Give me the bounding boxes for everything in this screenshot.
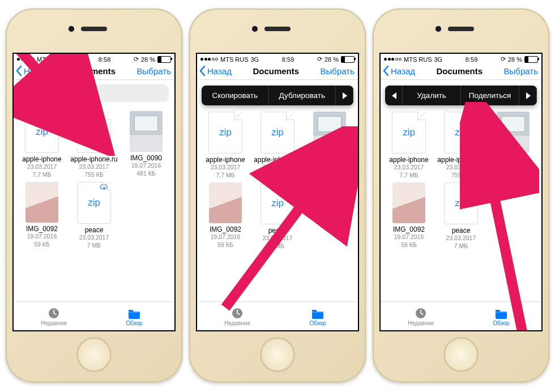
file-grid: zip apple-iphone 23.03.20177,7 МБ zip ap…	[381, 107, 541, 301]
tab-bar: Недавние Обзор	[381, 301, 541, 330]
status-bar: MTS RUS 3G 8:58 ⟳ 28 %	[14, 54, 174, 63]
front-camera	[436, 26, 441, 32]
chevron-left-icon	[383, 66, 390, 76]
page-title: Documents	[253, 66, 299, 76]
menu-more-left[interactable]	[385, 86, 403, 105]
file-name: apple-iphone	[17, 155, 67, 163]
cloud-download-icon	[100, 184, 109, 191]
file-item[interactable]: zip peace 23.03.20177 МБ	[436, 182, 486, 250]
image-thumbnail	[497, 112, 530, 152]
tab-recent[interactable]: Недавние	[381, 302, 461, 330]
carrier-label: MTS RUS	[37, 56, 65, 63]
carrier-label: MTS RUS	[404, 56, 432, 63]
back-button[interactable]: Назад	[383, 66, 415, 76]
file-item[interactable]: IMG_0090 19.07.2016481 КБ	[121, 111, 171, 178]
zip-icon: zip	[88, 126, 100, 138]
file-item[interactable]: IMG_0090 19.07.2016481 КБ	[305, 112, 355, 179]
folder-icon	[127, 306, 141, 319]
file-item[interactable]: IMG_0092 19.07.201659 КБ	[17, 182, 67, 249]
back-button[interactable]: Назад	[16, 66, 48, 76]
tab-bar: Недавние Обзор	[14, 301, 174, 330]
home-button[interactable]	[260, 337, 295, 372]
file-item[interactable]: zip peace 23.03.20177 МБ	[253, 182, 302, 250]
file-name: peace	[253, 227, 302, 235]
file-name: apple-iphone.ru	[69, 155, 119, 163]
front-camera	[69, 26, 74, 32]
file-name: peace	[436, 227, 486, 235]
select-button[interactable]: Выбрать	[137, 66, 171, 76]
network-label: 3G	[67, 56, 76, 63]
phone-frame-1: MTS RUS 3G 8:58 ⟳ 28 % Назад Documents В…	[6, 8, 182, 382]
battery-icon	[341, 56, 355, 63]
clock-label: 8:59	[282, 56, 294, 63]
battery-pct: 28 %	[141, 56, 155, 63]
speaker	[448, 27, 474, 31]
image-thumbnail	[130, 111, 163, 152]
status-bar: MTS RUS 3G 8:59 ⟳ 28 %	[197, 54, 358, 63]
network-label: 3G	[251, 56, 259, 63]
status-bar: MTS RUS 3G 8:59 ⟳ 28 %	[381, 54, 541, 63]
image-thumbnail	[313, 112, 346, 152]
menu-duplicate[interactable]: Дублировать	[269, 86, 336, 105]
tab-browse[interactable]: Обзор	[461, 302, 541, 330]
file-item[interactable]: IMG_0092 19.07.201659 КБ	[200, 182, 250, 250]
file-item[interactable]: zip apple-iphone 23.03.20177,7 МБ	[384, 112, 434, 179]
page-title: Documents	[69, 66, 116, 76]
refresh-icon: ⟳	[317, 56, 322, 63]
front-camera	[252, 26, 258, 32]
signal-dots-icon	[17, 58, 35, 61]
zip-icon: zip	[88, 197, 100, 208]
search-icon	[25, 90, 33, 97]
chevron-left-icon	[199, 66, 206, 76]
phone-frame-2: MTS RUS 3G 8:59 ⟳ 28 % Назад Documents В…	[189, 8, 366, 382]
nav-bar: Назад Documents Выбрать	[14, 63, 174, 80]
context-menu: Удалить Поделиться	[385, 86, 537, 105]
file-grid: zip apple-iphone 23.03.20177,7 МБ zip ap…	[197, 107, 358, 301]
clock-icon	[47, 306, 61, 319]
file-name: peace	[69, 226, 119, 234]
image-thumbnail	[392, 182, 425, 223]
file-item[interactable]: zip apple-iphone 23.03.20177,7 МБ	[17, 111, 67, 178]
file-item[interactable]: IMG_0090 19.07.2016481 КБ	[488, 112, 538, 179]
menu-copy[interactable]: Скопировать	[202, 86, 269, 105]
clock-label: 8:59	[466, 56, 477, 63]
select-button[interactable]: Выбрать	[321, 66, 355, 76]
search-input[interactable]: Поиск	[19, 84, 169, 102]
zip-icon: zip	[36, 126, 48, 138]
tab-recent[interactable]: Недавние	[14, 302, 94, 330]
screen-3: MTS RUS 3G 8:59 ⟳ 28 % Назад Documents В…	[379, 53, 543, 331]
menu-share[interactable]: Поделиться	[461, 86, 519, 105]
tab-recent[interactable]: Недавние	[197, 302, 278, 330]
back-button[interactable]: Назад	[199, 66, 232, 76]
tab-browse[interactable]: Обзор	[278, 302, 358, 330]
tab-browse[interactable]: Обзор	[94, 302, 174, 330]
battery-icon	[524, 56, 538, 63]
menu-more-right[interactable]	[519, 86, 537, 105]
file-item[interactable]: IMG_0092 19.07.201659 КБ	[384, 182, 434, 250]
network-label: 3G	[434, 56, 443, 63]
menu-more-right[interactable]	[336, 86, 353, 105]
home-button[interactable]	[76, 337, 112, 372]
file-name: IMG_0090	[305, 155, 355, 163]
signal-dots-icon	[200, 58, 218, 61]
screen-2: MTS RUS 3G 8:59 ⟳ 28 % Назад Documents В…	[196, 53, 359, 331]
signal-dots-icon	[384, 58, 402, 61]
file-name: apple-iphone.ru	[436, 156, 486, 164]
file-item[interactable]: zip apple-iphone 23.03.20177,7 МБ	[200, 112, 250, 179]
file-item[interactable]: zip peace 23.03.20177 МБ	[69, 182, 119, 249]
file-name: IMG_0090	[488, 155, 538, 163]
phone-frame-3: MTS RUS 3G 8:59 ⟳ 28 % Назад Documents В…	[373, 8, 549, 382]
battery-pct: 28 %	[508, 56, 522, 63]
menu-delete[interactable]: Удалить	[403, 86, 461, 105]
file-item[interactable]: zip apple-iphone.ru 23.03.2017755 КБ	[253, 112, 302, 179]
clock-label: 8:58	[99, 56, 110, 63]
image-thumbnail	[209, 182, 242, 223]
home-button[interactable]	[443, 337, 479, 372]
file-item[interactable]: zip apple-iphone.ru 23.03.2017755 КБ	[436, 112, 486, 179]
speaker	[81, 27, 107, 31]
zip-icon: zip	[271, 127, 284, 138]
folder-icon	[494, 306, 508, 319]
select-button[interactable]: Выбрать	[504, 66, 538, 76]
file-name: apple-iphone	[384, 156, 434, 164]
file-item[interactable]: zip apple-iphone.ru 23.03.2017755 КБ	[69, 111, 119, 178]
